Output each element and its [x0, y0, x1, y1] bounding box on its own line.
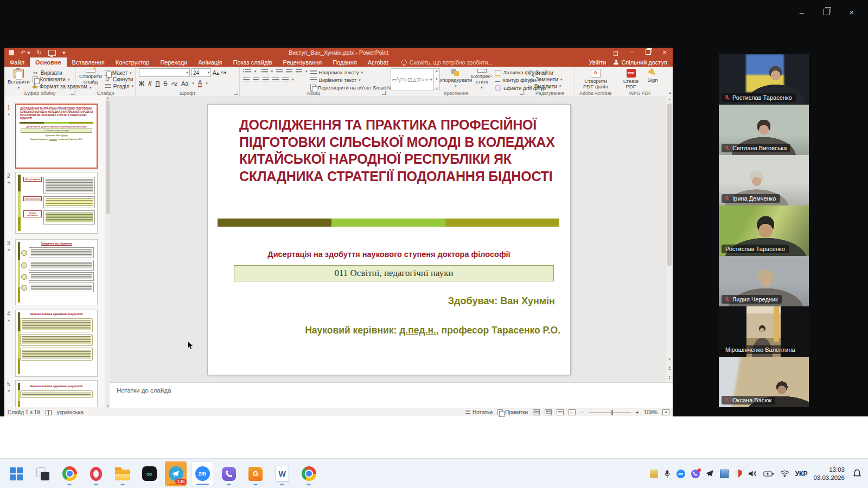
- dialog-launcher-icon[interactable]: [382, 91, 386, 95]
- collapse-ribbon-icon[interactable]: ▴: [669, 91, 671, 95]
- security-shield-icon[interactable]: [735, 470, 742, 478]
- find-button[interactable]: Знайти: [528, 70, 562, 76]
- dialog-launcher-icon[interactable]: [234, 91, 238, 95]
- scroll-thumb[interactable]: [667, 104, 672, 266]
- participant-tile-1[interactable]: Ростислав Тарасенко: [719, 54, 809, 105]
- replace-button[interactable]: abЗамінити▾: [528, 76, 562, 82]
- tab-view[interactable]: Подання: [327, 57, 362, 67]
- language-indicator[interactable]: українська: [57, 409, 84, 415]
- chrome-app-button-2[interactable]: [298, 461, 320, 486]
- wifi-icon[interactable]: [780, 470, 789, 477]
- align-right-icon[interactable]: [263, 78, 269, 82]
- wps-sign-button[interactable]: Sign: [644, 68, 661, 89]
- italic-button[interactable]: К: [148, 80, 151, 87]
- select-button[interactable]: ▻Виділити▾: [528, 84, 562, 89]
- speaker-icon[interactable]: [748, 470, 757, 478]
- participant-tile-7[interactable]: Оксана Васюк: [719, 357, 809, 407]
- zoom-window-minimize-button[interactable]: –: [791, 4, 813, 20]
- create-pdf-file-button[interactable]: A Створити PDF-файл: [578, 68, 613, 89]
- slide-thumbnail-5[interactable]: Наукова новизна одержаних результатів: [15, 380, 98, 407]
- zoom-out-button[interactable]: –: [580, 409, 584, 415]
- slide-thumbnail-3[interactable]: Завдання дослідження: [15, 239, 98, 305]
- tab-file[interactable]: Файл: [4, 57, 30, 67]
- tab-transitions[interactable]: Переходи: [155, 57, 193, 67]
- slide-sorter-view-button[interactable]: [545, 409, 552, 415]
- dialog-launcher-icon[interactable]: [71, 91, 74, 95]
- normal-view-button[interactable]: [533, 409, 540, 415]
- comments-toggle[interactable]: Примітки: [497, 409, 528, 415]
- tab-review[interactable]: Рецензування: [278, 57, 328, 67]
- sign-in-button[interactable]: Увійти: [589, 59, 606, 66]
- fit-slide-to-window-button[interactable]: [662, 409, 669, 415]
- thumbnails-scroll-thumb[interactable]: [106, 100, 110, 214]
- tab-acrobat[interactable]: Acrobat: [362, 57, 394, 67]
- new-slide-button[interactable]: Створити слайд ▾: [79, 68, 102, 89]
- strikethrough-button[interactable]: S: [163, 80, 167, 87]
- shrink-font-button[interactable]: A▾: [221, 70, 227, 75]
- share-button[interactable]: Спільний доступ: [614, 59, 667, 66]
- telegram-tray-icon[interactable]: [706, 470, 714, 477]
- slide-title-text[interactable]: ДОСЛІДЖЕННЯ ТА ПРАКТИКА ПРОФЕСІЙНОЇ ПІДГ…: [239, 117, 560, 185]
- text-direction-button[interactable]: Напрямок тексту▾: [310, 69, 398, 75]
- microphone-icon[interactable]: [664, 470, 671, 478]
- tab-animations[interactable]: Анімація: [193, 57, 227, 67]
- layout-button[interactable]: Макет▾: [105, 70, 133, 76]
- word-app-button[interactable]: W: [271, 461, 293, 486]
- section-button[interactable]: Розділ▾: [105, 84, 133, 89]
- next-slide-button[interactable]: ▼▼: [668, 373, 671, 382]
- slide-color-bar[interactable]: [218, 219, 559, 227]
- tray-app-icon[interactable]: [650, 470, 658, 478]
- slide-thumbnail-1[interactable]: ДОСЛІДЖЕННЯ ТА ПРАКТИКА ПРОФЕСІЙНОЇ ПІДГ…: [15, 104, 98, 169]
- participant-tile-3[interactable]: Ірина Демченко: [719, 155, 809, 206]
- tab-design[interactable]: Конструктор: [110, 57, 155, 67]
- scroll-up-icon[interactable]: ▲: [106, 96, 110, 99]
- quick-styles-button[interactable]: Експрес-стилі▾: [471, 68, 492, 89]
- slideshow-view-button[interactable]: ▷: [569, 409, 576, 415]
- participant-tile-4-active-speaker[interactable]: Ростислав Тарасенко: [719, 206, 809, 256]
- underline-button[interactable]: П: [155, 80, 159, 87]
- grow-font-button[interactable]: A▴: [213, 70, 219, 76]
- notifications-bell-icon[interactable]: [853, 469, 861, 478]
- font-size-select[interactable]: 24▾: [192, 68, 211, 77]
- tab-insert[interactable]: Вставлення: [67, 57, 110, 67]
- maximize-button[interactable]: [640, 49, 656, 56]
- webex-app-button[interactable]: ∞: [138, 461, 160, 486]
- language-switcher[interactable]: УКР: [795, 470, 808, 478]
- character-spacing-button[interactable]: AV̲: [171, 81, 177, 86]
- change-case-button[interactable]: Aa: [181, 80, 188, 87]
- telegram-app-button[interactable]: 136: [165, 461, 187, 486]
- slide-supervisor-text[interactable]: Науковий керівник: д.пед.н., професор Та…: [305, 325, 560, 336]
- participant-tile-5[interactable]: Лидия Чередник: [719, 256, 809, 306]
- zoom-slider[interactable]: [589, 412, 631, 413]
- bold-button[interactable]: Ж: [139, 80, 144, 87]
- line-spacing-icon[interactable]: [296, 69, 302, 74]
- align-left-icon[interactable]: [243, 78, 250, 82]
- tab-home[interactable]: Основне: [30, 57, 67, 67]
- spellcheck-icon[interactable]: [46, 410, 52, 415]
- start-button[interactable]: [5, 461, 27, 486]
- decrease-indent-icon[interactable]: [276, 69, 283, 74]
- slide-subtitle-text[interactable]: Дисертація на здобуття наукового ступеня…: [208, 250, 570, 259]
- battery-icon[interactable]: [763, 470, 774, 478]
- reading-view-button[interactable]: [557, 409, 564, 415]
- app-window-tray-icon[interactable]: [720, 470, 729, 478]
- ribbon-display-options-button[interactable]: ⌃: [608, 49, 624, 56]
- participant-tile-6[interactable]: Мірошніченко Валентина: [719, 306, 809, 357]
- slide-area-scrollbar[interactable]: ▲ ▼ ▲▲ ▼▼: [666, 96, 673, 382]
- clock[interactable]: 13:03 03.03.2026: [813, 466, 845, 481]
- zoom-in-button[interactable]: +: [636, 409, 639, 415]
- font-name-select[interactable]: ▾: [139, 68, 190, 77]
- zoom-tray-icon[interactable]: zm: [676, 470, 685, 478]
- zoom-app-button[interactable]: zm: [192, 461, 213, 486]
- smartart-button[interactable]: Перетворити на об'єкт SmartArt▾: [310, 85, 398, 91]
- pdf-app-button[interactable]: G: [245, 461, 266, 486]
- numbering-icon[interactable]: [260, 69, 268, 74]
- file-explorer-button[interactable]: [112, 461, 133, 486]
- shapes-gallery[interactable]: ▭╲□○▢ △▽○☆+: [391, 68, 434, 91]
- justify-icon[interactable]: [272, 78, 279, 82]
- zoom-slider-thumb[interactable]: [611, 410, 613, 415]
- arrange-button[interactable]: Упорядкувати▾: [443, 68, 469, 89]
- zoom-window-restore-button[interactable]: [816, 4, 838, 20]
- notes-toggle[interactable]: Нотатки: [465, 409, 493, 415]
- notes-pane[interactable]: Нотатки до слайда: [110, 382, 673, 408]
